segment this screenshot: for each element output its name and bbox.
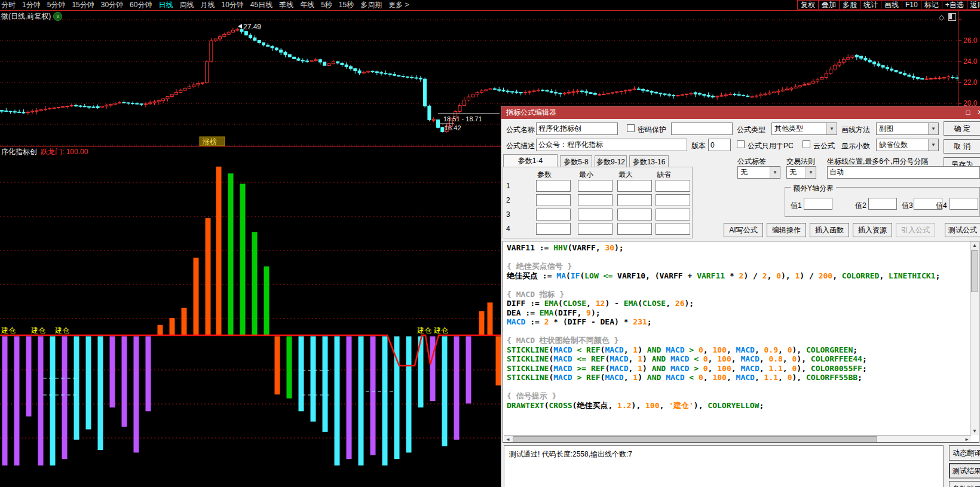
period-tab-15分钟[interactable]: 15分钟 <box>72 0 94 10</box>
period-tab-5秒[interactable]: 5秒 <box>321 0 332 10</box>
confirm-button-0[interactable]: 确 定 <box>944 121 980 136</box>
param-input-r2c2[interactable] <box>578 194 612 206</box>
chevron-down-icon[interactable]: ▼ <box>806 167 816 178</box>
param-input-r1c1[interactable] <box>536 180 571 192</box>
draw-method-dropdown[interactable]: 副图 ▼ <box>876 122 939 135</box>
toolbar-button-叠加[interactable]: 叠加 <box>818 0 840 10</box>
period-tab-1分钟[interactable]: 1分钟 <box>22 0 41 10</box>
confirm-button-1[interactable]: 取 消 <box>944 139 980 154</box>
side-button-测试结果[interactable]: 测试结果 <box>949 463 980 479</box>
macd-bar <box>146 336 151 411</box>
formula-name-input[interactable] <box>536 122 618 135</box>
period-tab-60分钟[interactable]: 60分钟 <box>130 0 152 10</box>
side-button-动态翻译[interactable]: 动态翻译 <box>949 445 980 461</box>
maximize-button[interactable]: □ <box>963 106 973 119</box>
chevron-down-icon[interactable]: ▼ <box>928 139 938 151</box>
scroll-down-icon[interactable]: ▼ <box>970 428 979 434</box>
period-tab-年线[interactable]: 年线 <box>300 0 314 10</box>
toolbar-button-F10[interactable]: F10 <box>902 0 921 10</box>
period-tab-月线[interactable]: 月线 <box>200 0 215 10</box>
toolbar-button-+自选[interactable]: +自选 <box>942 0 967 10</box>
period-tab-15秒[interactable]: 15秒 <box>339 0 354 10</box>
action-button-插入资源[interactable]: 插入资源 <box>853 223 892 237</box>
param-input-r2c4[interactable] <box>656 194 690 206</box>
param-input-r4c4[interactable] <box>656 223 690 235</box>
period-tab-5分钟[interactable]: 5分钟 <box>47 0 66 10</box>
extra-y-input-2[interactable] <box>868 198 897 210</box>
scroll-left-icon[interactable]: ◄ <box>504 437 512 442</box>
pc-only-checkbox[interactable] <box>737 140 745 148</box>
period-tab-日线[interactable]: 日线 <box>158 0 173 10</box>
param-input-r1c2[interactable] <box>578 180 612 192</box>
chevron-down-icon[interactable]: ▼ <box>770 167 780 178</box>
code-token: 0 <box>788 373 792 382</box>
param-input-r3c3[interactable] <box>617 209 652 220</box>
param-input-r3c4[interactable] <box>656 209 690 220</box>
tab-参数1-4[interactable]: 参数1-4 <box>503 154 558 167</box>
symbol-dropdown-icon[interactable]: ∨ <box>53 12 62 21</box>
candle-body <box>318 60 321 62</box>
param-input-r4c2[interactable] <box>578 223 612 235</box>
side-button-参数精灵[interactable]: 参数精灵 <box>949 481 980 487</box>
decimals-dropdown[interactable]: 缺省位数 ▼ <box>876 139 939 151</box>
param-input-r4c3[interactable] <box>617 223 652 235</box>
tab-参数5-8[interactable]: 参数5-8 <box>560 155 592 167</box>
code-vertical-scrollbar[interactable]: ▲ ▼ <box>970 241 979 435</box>
diamond-icon[interactable]: ◇ <box>939 14 944 21</box>
candle-body <box>951 77 954 78</box>
split-layout-icon[interactable] <box>948 13 956 21</box>
formula-tag-dropdown[interactable]: 无 ▼ <box>737 166 780 179</box>
chevron-down-icon[interactable]: ▼ <box>826 123 837 134</box>
action-button-插入函数[interactable]: 插入函数 <box>810 223 849 237</box>
toolbar-button-返回[interactable]: 返回 <box>967 0 980 10</box>
dialog-titlebar[interactable]: 指标公式编辑器 □ ✕ <box>501 106 980 119</box>
param-input-r3c1[interactable] <box>536 209 571 220</box>
vertical-scroll-thumb[interactable] <box>971 250 978 292</box>
param-input-r1c4[interactable] <box>656 180 690 192</box>
period-tab-更多 >[interactable]: 更多 > <box>388 0 409 10</box>
param-input-r2c1[interactable] <box>536 194 571 206</box>
code-horizontal-scrollbar[interactable]: ◄ ► <box>504 435 971 443</box>
period-tab-分时[interactable]: 分时 <box>1 0 16 10</box>
extra-y-input-4[interactable] <box>950 198 978 210</box>
scroll-right-icon[interactable]: ► <box>963 437 971 442</box>
period-tab-30分钟[interactable]: 30分钟 <box>101 0 123 10</box>
formula-code-editor[interactable]: VARF11 := HHV(VARFF, 30); { 绝佳买点信号 }绝佳买点… <box>503 241 979 443</box>
toolbar-button-标记[interactable]: 标记 <box>921 0 942 10</box>
toolbar-button-多股[interactable]: 多股 <box>839 0 860 10</box>
param-input-r2c3[interactable] <box>617 194 652 206</box>
param-input-r3c2[interactable] <box>578 209 612 220</box>
formula-type-dropdown[interactable]: 其他类型 ▼ <box>771 122 837 135</box>
code-token: ), <box>792 373 806 382</box>
period-tab-10分钟[interactable]: 10分钟 <box>221 0 243 10</box>
password-protect-checkbox[interactable] <box>627 124 635 132</box>
scroll-up-icon[interactable]: ▲ <box>970 243 979 248</box>
coord-lines-input[interactable] <box>827 166 980 179</box>
close-button[interactable]: ✕ <box>975 106 980 119</box>
toolbar-button-复权[interactable]: 复权 <box>797 0 819 10</box>
param-input-r1c3[interactable] <box>617 180 652 192</box>
chevron-down-icon[interactable]: ▼ <box>928 123 938 134</box>
candle-body <box>834 65 837 69</box>
period-tab-周线[interactable]: 周线 <box>179 0 194 10</box>
action-button-编辑操作[interactable]: 编辑操作 <box>767 223 806 237</box>
period-tab-季线[interactable]: 季线 <box>279 0 293 10</box>
tab-参数13-16[interactable]: 参数13-16 <box>629 155 669 167</box>
extra-y-input-1[interactable] <box>804 198 832 210</box>
test-result-text: 测试通过! 代码长度:2558,输出线个数:7 <box>509 449 632 460</box>
period-tab-45日线[interactable]: 45日线 <box>250 0 272 10</box>
param-input-r4c1[interactable] <box>536 223 571 235</box>
toolbar-button-画线[interactable]: 画线 <box>881 0 902 10</box>
password-input[interactable] <box>671 122 733 135</box>
formula-desc-input[interactable] <box>536 139 687 151</box>
period-tab-多周期[interactable]: 多周期 <box>360 0 382 10</box>
cloud-formula-checkbox[interactable] <box>803 140 810 148</box>
action-button-AI写公式[interactable]: AI写公式 <box>724 223 763 237</box>
action-button-测试公式[interactable]: 测试公式 <box>945 223 980 237</box>
toolbar-button-统计[interactable]: 统计 <box>860 0 881 10</box>
version-input[interactable] <box>708 139 731 151</box>
rank-badge-label[interactable]: 涨榜 <box>202 137 217 146</box>
trade-rule-dropdown[interactable]: 无 ▼ <box>786 166 816 179</box>
horizontal-scroll-thumb[interactable] <box>513 436 877 443</box>
tab-参数9-12[interactable]: 参数9-12 <box>595 155 627 167</box>
